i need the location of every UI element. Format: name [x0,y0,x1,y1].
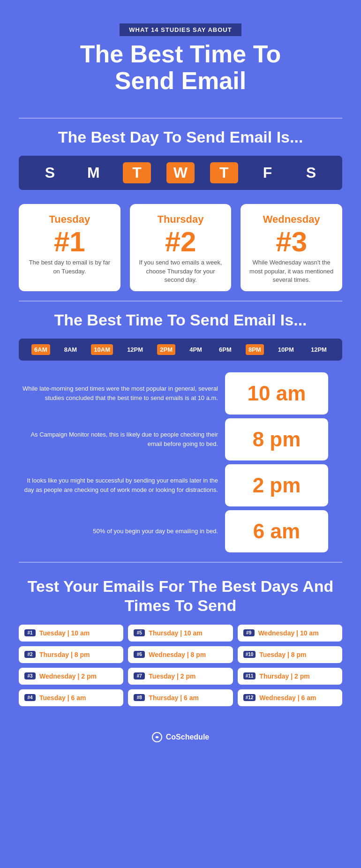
time-6am: 6AM [31,344,50,355]
time-entry-box-4: 6 am [225,510,328,552]
combo-text-4: Tuesday | 6 am [39,694,86,702]
combo-2: #2 Thursday | 8 pm [19,646,123,663]
combo-text-5: Thursday | 10 am [149,629,202,637]
combo-4: #4 Tuesday | 6 am [19,689,123,706]
combo-12: #12 Wednesday | 6 am [238,689,342,706]
combo-8: #8 Thursday | 6 am [128,689,233,706]
time-6pm: 6PM [216,344,234,355]
time-10am: 10AM [91,344,113,355]
divider-1 [19,118,342,119]
rank-card-1: Tuesday #1 The best day to email is by f… [19,204,120,291]
rank-card-3: Wednesday #3 While Wednesday wasn't the … [241,204,342,291]
combo-badge-2: #2 [24,651,36,658]
day-S2: S [297,164,325,181]
combo-badge-6: #6 [134,651,145,658]
rank-card-2: Thursday #2 If you send two emails a wee… [130,204,232,291]
combo-text-2: Thursday | 8 pm [39,651,90,658]
combo-text-10: Tuesday | 8 pm [259,651,306,658]
day-S1: S [36,164,64,181]
time-8pm: 8PM [246,344,264,355]
coschedule-logo-icon [152,732,162,742]
time-entry-row-4: 50% of you begin your day be emailing in… [19,510,342,552]
combo-badge-10: #10 [243,651,256,658]
best-day-section: The Best Day To Send Email Is... S M T W… [19,128,342,291]
divider-3 [19,562,342,563]
rank2-number: #2 [137,228,225,256]
time-entry-box-2: 8 pm [225,418,328,460]
time-entries: While late-morning send times were the m… [19,372,342,552]
combo-11: #11 Thursday | 2 pm [238,668,342,685]
footer: CoSchedule [19,725,342,745]
combo-text-9: Wednesday | 10 am [258,629,319,637]
header-section: WHAT 14 STUDIES SAY ABOUT The Best Time … [19,14,342,108]
time-entry-desc-3: It looks like you might be successful by… [19,476,218,494]
header-subtitle: WHAT 14 STUDIES SAY ABOUT [120,23,241,36]
combo-9: #9 Wednesday | 10 am [238,625,342,642]
rank3-day: Wednesday [248,213,335,226]
main-title: The Best Time To Send Email [19,41,342,94]
time-2pm: 2PM [157,344,175,355]
rank2-desc: If you send two emails a week, choose Th… [137,258,225,284]
day-F: F [254,164,282,181]
combo-badge-7: #7 [134,672,145,679]
combo-text-3: Wednesday | 2 pm [39,672,97,680]
combo-7: #7 Tuesday | 2 pm [128,668,233,685]
test-section: Test Your Emails For The Best Days And T… [19,572,342,725]
time-10pm: 10PM [275,344,297,355]
time-entry-desc-4: 50% of you begin your day be emailing in… [19,527,218,536]
time-bar: 6AM 8AM 10AM 12PM 2PM 4PM 6PM 8PM 10PM 1… [19,339,342,361]
time-entry-desc-1: While late-morning send times were the m… [19,384,218,402]
time-12pm-1: 12PM [124,344,146,355]
rank1-desc: The best day to email is by far on Tuesd… [26,258,113,275]
time-8am: 8AM [61,344,80,355]
test-title: Test Your Emails For The Best Days And T… [19,577,342,615]
combo-badge-11: #11 [243,672,256,679]
page-wrapper: WHAT 14 STUDIES SAY ABOUT The Best Time … [0,0,361,763]
combo-text-6: Wednesday | 8 pm [149,651,206,658]
time-entry-row-2: As Campaign Monitor notes, this is likel… [19,418,342,460]
combo-text-8: Thursday | 6 am [149,694,199,702]
day-W: W [166,162,195,183]
combo-1: #1 Tuesday | 10 am [19,625,123,642]
combo-grid: #1 Tuesday | 10 am #5 Thursday | 10 am #… [19,625,342,706]
combo-badge-8: #8 [134,694,145,701]
combo-badge-12: #12 [243,694,256,701]
time-entry-row-3: It looks like you might be successful by… [19,464,342,506]
combo-text-1: Tuesday | 10 am [39,629,90,637]
combo-badge-9: #9 [243,629,255,636]
day-bar: S M T W T F S [19,156,342,190]
time-entry-row-1: While late-morning send times were the m… [19,372,342,415]
best-time-section: The Best Time To Send Email Is... 6AM 8A… [19,311,342,552]
day-T1: T [123,162,151,183]
rank3-number: #3 [248,228,335,256]
combo-text-7: Tuesday | 2 pm [149,672,196,680]
time-entry-desc-2: As Campaign Monitor notes, this is likel… [19,430,218,448]
day-M: M [79,164,107,181]
divider-2 [19,301,342,302]
combo-badge-1: #1 [24,629,36,636]
combo-10: #10 Tuesday | 8 pm [238,646,342,663]
combo-3: #3 Wednesday | 2 pm [19,668,123,685]
day-T2: T [210,162,238,183]
rank1-day: Tuesday [26,213,113,226]
combo-badge-4: #4 [24,694,36,701]
combo-badge-3: #3 [24,672,36,679]
best-day-title: The Best Day To Send Email Is... [19,128,342,146]
time-12pm-2: 12PM [308,344,330,355]
time-4pm: 4PM [187,344,205,355]
time-entry-box-1: 10 am [225,372,328,415]
footer-brand: CoSchedule [166,733,209,741]
rank-cards: Tuesday #1 The best day to email is by f… [19,204,342,291]
rank1-number: #1 [26,228,113,256]
best-time-title: The Best Time To Send Email Is... [19,311,342,329]
combo-6: #6 Wednesday | 8 pm [128,646,233,663]
combo-text-11: Thursday | 2 pm [259,672,309,680]
combo-5: #5 Thursday | 10 am [128,625,233,642]
combo-badge-5: #5 [134,629,145,636]
time-entry-box-3: 2 pm [225,464,328,506]
rank2-day: Thursday [137,213,225,226]
combo-text-12: Wednesday | 6 am [259,694,316,702]
rank3-desc: While Wednesday wasn't the most popular,… [248,258,335,284]
